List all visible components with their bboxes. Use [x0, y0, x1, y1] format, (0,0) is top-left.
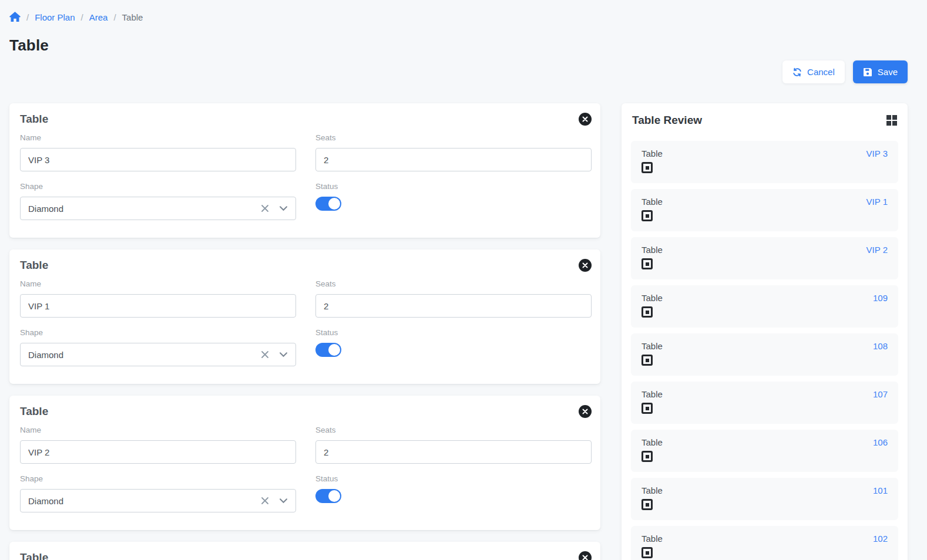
chevron-down-icon[interactable] — [279, 352, 288, 357]
close-icon[interactable] — [579, 113, 592, 126]
table-review-panel: Table Review Table VIP 3 Table VIP — [622, 103, 908, 560]
name-label: Name — [20, 133, 296, 142]
review-row-list: Table VIP 3 Table VIP 1 Table — [631, 141, 898, 560]
review-row-label: Table — [641, 534, 663, 544]
review-row-label: Table — [641, 293, 663, 303]
review-row-value[interactable]: 108 — [873, 341, 888, 370]
review-row-value[interactable]: VIP 2 — [866, 245, 888, 274]
table-card: Table Name Seats Shape — [9, 249, 600, 384]
seats-input[interactable] — [315, 148, 592, 171]
card-title: Table — [20, 551, 48, 560]
breadcrumb-link-area[interactable]: Area — [89, 12, 108, 22]
clear-icon[interactable] — [261, 497, 269, 505]
review-row[interactable]: Table 108 — [631, 333, 898, 376]
review-row[interactable]: Table 106 — [631, 430, 898, 472]
review-row-value[interactable]: VIP 1 — [866, 197, 888, 225]
save-button[interactable]: Save — [853, 60, 908, 83]
table-card: Table Name Seats Shape — [9, 103, 600, 238]
status-toggle[interactable] — [315, 343, 341, 357]
status-label: Status — [315, 474, 592, 483]
table-card: Table Name Seats Shape — [9, 396, 600, 530]
review-row-value[interactable]: 101 — [873, 485, 888, 514]
review-row-value[interactable]: 102 — [873, 534, 888, 560]
breadcrumb-separator: / — [81, 12, 83, 22]
review-row[interactable]: Table VIP 3 — [631, 141, 898, 183]
seats-label: Seats — [315, 426, 592, 434]
home-icon[interactable] — [9, 12, 21, 22]
review-row-value[interactable]: VIP 3 — [866, 149, 888, 177]
close-icon[interactable] — [579, 259, 592, 272]
review-row-label: Table — [641, 389, 663, 399]
review-row-label: Table — [641, 485, 663, 495]
shape-select[interactable]: Diamond — [20, 197, 296, 220]
page-title: Table — [9, 36, 908, 55]
toggle-knob — [328, 344, 340, 356]
table-shape-icon — [641, 355, 653, 366]
shape-select[interactable]: Diamond — [20, 489, 296, 512]
table-card-list: Table Name Seats Shape — [9, 103, 600, 560]
card-title: Table — [20, 113, 48, 126]
review-row-value[interactable]: 109 — [873, 293, 888, 322]
review-row-value[interactable]: 106 — [873, 437, 888, 466]
shape-label: Shape — [20, 474, 296, 483]
close-icon[interactable] — [579, 551, 592, 560]
chevron-down-icon[interactable] — [279, 205, 288, 211]
review-row[interactable]: Table 101 — [631, 478, 898, 520]
table-shape-icon — [641, 306, 653, 318]
name-input[interactable] — [20, 148, 296, 171]
status-toggle[interactable] — [315, 489, 341, 503]
status-toggle[interactable] — [315, 197, 341, 211]
name-input[interactable] — [20, 440, 296, 464]
table-shape-icon — [641, 162, 653, 173]
cancel-button[interactable]: Cancel — [782, 60, 845, 83]
breadcrumb-link-floor-plan[interactable]: Floor Plan — [35, 12, 75, 22]
card-title: Table — [20, 405, 48, 418]
toggle-knob — [328, 490, 340, 502]
shape-label: Shape — [20, 328, 296, 337]
review-row-value[interactable]: 107 — [873, 389, 888, 418]
table-shape-icon — [641, 258, 653, 269]
breadcrumb-separator: / — [113, 12, 116, 22]
action-bar: Cancel Save — [9, 60, 908, 83]
breadcrumb-current: Table — [122, 12, 143, 22]
shape-select[interactable]: Diamond — [20, 343, 296, 366]
clear-icon[interactable] — [261, 350, 269, 359]
grid-view-icon[interactable] — [886, 115, 897, 126]
seats-input[interactable] — [315, 294, 592, 318]
table-shape-icon — [641, 210, 653, 221]
close-icon[interactable] — [579, 405, 592, 418]
breadcrumb-separator: / — [26, 12, 29, 22]
name-label: Name — [20, 426, 296, 434]
seats-input[interactable] — [315, 440, 592, 464]
status-label: Status — [315, 328, 592, 337]
save-icon — [863, 68, 872, 77]
shape-select-value: Diamond — [28, 204, 261, 214]
review-row[interactable]: Table 109 — [631, 285, 898, 328]
refresh-icon — [792, 68, 802, 77]
table-shape-icon — [641, 451, 653, 462]
review-row-label: Table — [641, 341, 663, 351]
review-row-label: Table — [641, 437, 663, 447]
name-input[interactable] — [20, 294, 296, 318]
chevron-down-icon[interactable] — [279, 498, 288, 504]
review-row-label: Table — [641, 245, 663, 255]
shape-select-value: Diamond — [28, 496, 261, 506]
save-button-label: Save — [878, 67, 898, 77]
table-shape-icon — [641, 547, 653, 558]
review-row[interactable]: Table VIP 2 — [631, 237, 898, 279]
review-row[interactable]: Table VIP 1 — [631, 189, 898, 231]
shape-label: Shape — [20, 182, 296, 191]
table-card: Table — [9, 542, 600, 560]
review-row[interactable]: Table 107 — [631, 382, 898, 424]
card-title: Table — [20, 259, 48, 272]
table-shape-icon — [641, 499, 653, 510]
review-row-label: Table — [641, 149, 663, 158]
shape-select-value: Diamond — [28, 350, 261, 360]
seats-label: Seats — [315, 133, 592, 142]
seats-label: Seats — [315, 279, 592, 288]
toggle-knob — [328, 198, 340, 210]
table-review-title: Table Review — [632, 114, 702, 127]
clear-icon[interactable] — [261, 204, 269, 212]
page: / Floor Plan / Area / Table Table Cancel — [0, 0, 927, 560]
review-row[interactable]: Table 102 — [631, 526, 898, 560]
